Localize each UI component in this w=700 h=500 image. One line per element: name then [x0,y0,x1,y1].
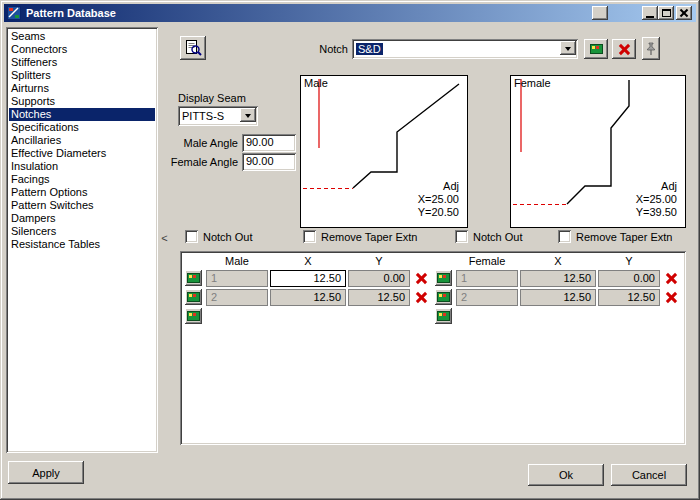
preview-zoom-button[interactable] [180,36,206,60]
adj-line: X=25.00 [418,193,459,206]
notch-out-female-checkbox[interactable] [455,230,468,243]
male-adj-readout: Adj X=25.00 Y=20.50 [418,180,459,219]
male-delete-row-button[interactable] [414,291,429,304]
sidebar-item-splitters[interactable]: Splitters [9,69,155,82]
cancel-button[interactable]: Cancel [611,464,687,486]
female-angle-label: Female Angle [166,156,238,169]
male-angle-field[interactable]: 90.00 [242,134,296,152]
adj-line: Adj [636,180,677,193]
male-add-row-button[interactable] [185,308,202,324]
sidebar-item-pattern-options[interactable]: Pattern Options [9,186,155,199]
category-list: Seams Connectors Stiffeners Splitters Ai… [6,27,158,453]
table-row: 1 12.50 0.00 1 12.50 0.00 [180,270,686,287]
notch-selected-value: S&D [356,43,383,55]
remove-taper-extn-male-checkbox[interactable] [303,230,316,243]
adj-line: Y=39.50 [636,206,677,219]
female-row-number-cell[interactable]: 2 [456,289,518,306]
delete-x-icon [617,43,632,56]
sidebar-item-notches[interactable]: Notches [9,108,155,121]
female-angle-field[interactable]: 90.00 [242,153,296,171]
magnifier-document-icon [185,40,202,57]
female-y-value-cell[interactable]: 12.50 [598,289,660,306]
sidebar-item-facings[interactable]: Facings [9,173,155,186]
sidebar-item-connectors[interactable]: Connectors [9,43,155,56]
sidebar-item-silencers[interactable]: Silencers [9,225,155,238]
table-add-row [180,308,686,325]
female-insert-row-button[interactable] [435,270,452,286]
female-delete-row-button[interactable] [664,272,679,285]
sidebar-item-stiffeners[interactable]: Stiffeners [9,56,155,69]
sidebar-collapse-button[interactable]: < [159,229,170,248]
minimize-button[interactable] [642,6,658,20]
display-seam-label: Display Seam [178,92,246,105]
maximize-button[interactable] [658,6,674,20]
male-preview-title: Male [304,77,328,89]
new-notch-button[interactable] [584,39,608,59]
female-x-value-cell[interactable]: 12.50 [520,270,596,287]
adj-line: Adj [418,180,459,193]
female-row-number-cell[interactable]: 1 [456,270,518,287]
adj-line: Y=20.50 [418,206,459,219]
notch-out-female-label: Notch Out [473,231,523,244]
sidebar-item-effective-diameters[interactable]: Effective Diameters [9,147,155,160]
ok-button[interactable]: Ok [528,464,604,486]
delete-notch-button[interactable] [612,39,636,59]
male-insert-row-button[interactable] [185,270,202,286]
add-icon [187,311,200,321]
female-adj-readout: Adj X=25.00 Y=39.50 [636,180,677,219]
female-y-value-cell[interactable]: 0.00 [598,270,660,287]
titlebar-extra-button[interactable] [592,6,608,20]
male-y-column-header: Y [348,255,410,268]
display-seam-combobox[interactable]: PITTS-S [178,106,258,126]
sidebar-item-dampers[interactable]: Dampers [9,212,155,225]
pushpin-icon [645,42,657,56]
male-row-number-cell[interactable]: 1 [206,270,268,287]
female-y-column-header: Y [598,255,660,268]
pin-button[interactable] [642,37,660,60]
maximize-icon [662,9,671,17]
close-icon [679,8,690,19]
female-x-value-cell[interactable]: 12.50 [520,289,596,306]
sidebar-item-seams[interactable]: Seams [9,30,155,43]
chevron-down-icon [245,114,251,121]
sidebar-item-specifications[interactable]: Specifications [9,121,155,134]
female-insert-row-button[interactable] [435,289,452,305]
chevron-down-icon [565,47,571,54]
female-preview-panel: Female Adj X=25.00 Y=39.50 [510,75,686,228]
notch-combobox[interactable]: S&D [352,39,578,59]
male-x-value-cell[interactable]: 12.50 [270,289,346,306]
male-y-value-cell[interactable]: 12.50 [348,289,410,306]
male-y-value-cell[interactable]: 0.00 [348,270,410,287]
female-x-column-header: X [520,255,596,268]
titlebar[interactable]: Pattern Database [4,4,696,22]
male-insert-row-button[interactable] [185,289,202,305]
male-x-value-cell[interactable]: 12.50 [270,270,346,287]
female-add-row-button[interactable] [435,308,452,324]
apply-button[interactable]: Apply [8,461,84,484]
points-table-panel: Male X Y Female X Y 1 12.50 0.00 1 12.50… [180,251,686,445]
notch-out-male-checkbox[interactable] [185,230,198,243]
pattern-database-dialog: Pattern Database Seams Connectors Stiffe… [0,0,700,500]
male-x-column-header: X [270,255,346,268]
add-icon [437,311,450,321]
male-row-number-cell[interactable]: 2 [206,289,268,306]
notch-out-male-label: Notch Out [203,231,253,244]
minimize-icon [646,16,654,18]
notch-dropdown-button[interactable] [560,41,576,55]
sidebar-item-resistance-tables[interactable]: Resistance Tables [9,238,155,251]
add-icon [187,273,200,283]
sidebar-item-supports[interactable]: Supports [9,95,155,108]
display-seam-dropdown-button[interactable] [240,108,256,122]
remove-taper-extn-female-checkbox[interactable] [558,230,571,243]
close-button[interactable] [676,6,692,20]
window-title: Pattern Database [26,7,116,19]
sidebar-item-pattern-switches[interactable]: Pattern Switches [9,199,155,212]
sidebar-item-airturns[interactable]: Airturns [9,82,155,95]
add-icon [437,292,450,302]
sidebar-item-ancillaries[interactable]: Ancillaries [9,134,155,147]
add-icon [187,292,200,302]
sidebar-item-insulation[interactable]: Insulation [9,160,155,173]
male-preview-panel: Male Adj X=25.00 Y=20.50 [300,75,468,228]
male-delete-row-button[interactable] [414,272,429,285]
female-delete-row-button[interactable] [664,291,679,304]
